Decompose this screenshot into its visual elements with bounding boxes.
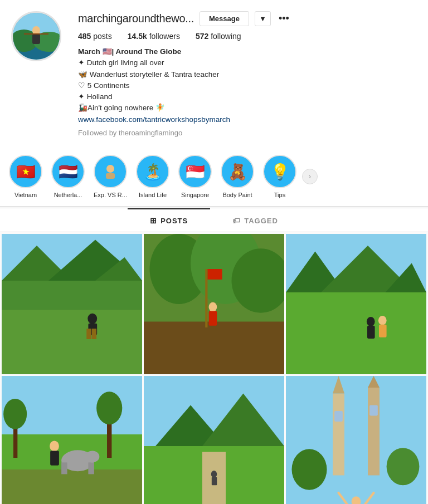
tab-posts[interactable]: ⊞ POSTS — [128, 208, 210, 232]
posts-count: 485 — [78, 32, 91, 41]
bio-link[interactable]: www.facebook.com/tantricworkshopsbymarch — [78, 115, 230, 124]
follow-dropdown-button[interactable]: ▾ — [255, 11, 271, 26]
post-cell-1[interactable] — [2, 234, 142, 374]
post-cell-5[interactable] — [144, 376, 284, 504]
bio-name: March 🇺🇸| Around The Globe — [78, 46, 417, 57]
svg-point-35 — [378, 316, 387, 325]
svg-rect-18 — [92, 329, 96, 339]
profile-info: marchingaroundthewо... Message ▾ ••• 485… — [78, 11, 417, 138]
highlight-exp-label: Exp. VS R... — [94, 192, 127, 198]
following-label: following — [211, 32, 241, 41]
highlight-singapore[interactable]: 🇸🇬 Singapore — [175, 155, 215, 198]
svg-point-45 — [85, 451, 99, 463]
highlight-body-paint-label: Body Paint — [222, 192, 252, 198]
tab-posts-label: POSTS — [160, 217, 188, 225]
posts-stat: 485 posts — [78, 32, 112, 41]
highlight-exp-circle — [94, 155, 127, 188]
highlight-tips-circle: 💡 — [263, 155, 296, 188]
svg-rect-24 — [205, 269, 207, 327]
avatar — [11, 11, 61, 61]
post-image-5 — [144, 376, 284, 504]
highlight-singapore-circle: 🇸🇬 — [178, 155, 212, 188]
svg-rect-62 — [334, 411, 343, 422]
post-image-6 — [286, 376, 426, 504]
svg-point-40 — [50, 441, 59, 452]
highlight-netherlands-circle: 🇳🇱 — [51, 155, 85, 188]
followed-by: Followed by theroamingflamingo — [78, 128, 417, 139]
highlight-exp-vs-r[interactable]: Exp. VS R... — [90, 155, 130, 198]
exp-icon — [102, 163, 119, 180]
bio-line-3: ♡ 5 Continents — [78, 80, 417, 91]
bio-line-5: 🚂Ain't going nowhere 🧚 — [78, 102, 417, 114]
avatar-wrap — [11, 11, 61, 61]
post-image-2 — [144, 234, 284, 374]
svg-rect-56 — [212, 477, 217, 486]
highlight-vietnam-circle: 🇻🇳 — [9, 155, 42, 188]
grid-icon: ⊞ — [150, 216, 157, 225]
following-stat[interactable]: 572 following — [196, 32, 241, 41]
svg-point-26 — [209, 302, 217, 312]
bio-line-1: ✦ Dutch girl living all over — [78, 57, 417, 68]
svg-rect-5 — [32, 34, 40, 44]
svg-point-65 — [387, 448, 420, 485]
svg-point-64 — [292, 449, 327, 491]
highlight-vietnam-label: Vietnam — [14, 192, 37, 198]
svg-rect-29 — [286, 292, 426, 374]
tag-icon: 🏷 — [232, 216, 241, 225]
posts-grid — [0, 232, 428, 504]
highlight-island-life[interactable]: 🏝️ Island Life — [133, 155, 173, 198]
svg-rect-41 — [50, 451, 59, 466]
svg-point-33 — [367, 317, 375, 326]
svg-rect-34 — [367, 326, 375, 339]
profile-section: marchingaroundthewо... Message ▾ ••• 485… — [0, 0, 428, 147]
svg-point-15 — [87, 314, 97, 324]
following-count: 572 — [196, 32, 208, 41]
avatar-inner — [13, 13, 60, 60]
followers-stat[interactable]: 14.5k followers — [128, 32, 180, 41]
profile-top: marchingaroundthewо... Message ▾ ••• 485… — [11, 11, 417, 147]
profile-username: marchingaroundthewо... — [78, 12, 194, 25]
post-image-4 — [2, 376, 142, 504]
tabs-section: ⊞ POSTS 🏷 TAGGED — [0, 208, 428, 232]
posts-label: posts — [93, 32, 111, 41]
highlight-vietnam[interactable]: 🇻🇳 Vietnam — [6, 155, 46, 198]
svg-rect-17 — [86, 329, 91, 339]
svg-rect-25 — [207, 269, 222, 280]
highlight-netherlands-label: Netherla... — [54, 192, 82, 198]
message-button[interactable]: Message — [200, 11, 249, 26]
svg-rect-23 — [144, 322, 284, 375]
svg-point-7 — [106, 165, 114, 173]
svg-rect-8 — [106, 173, 115, 179]
tab-tagged-label: TAGGED — [244, 217, 278, 225]
profile-name-row: marchingaroundthewо... Message ▾ ••• — [78, 11, 417, 26]
post-cell-3[interactable] — [286, 234, 426, 374]
tab-tagged[interactable]: 🏷 TAGGED — [210, 208, 300, 232]
more-options-button[interactable]: ••• — [276, 13, 291, 25]
highlight-body-paint[interactable]: 🧸 Body Paint — [217, 155, 257, 198]
post-cell-4[interactable] — [2, 376, 142, 504]
highlights-section: 🇻🇳 Vietnam 🇳🇱 Netherla... Exp. VS R... 🏝… — [0, 147, 428, 207]
avatar-image — [13, 13, 60, 60]
highlight-island-label: Island Life — [139, 192, 167, 198]
highlight-island-circle: 🏝️ — [136, 155, 169, 188]
svg-rect-58 — [333, 394, 344, 476]
svg-rect-59 — [368, 388, 380, 476]
post-image-3 — [286, 234, 426, 374]
svg-rect-27 — [209, 311, 217, 326]
svg-rect-63 — [369, 405, 378, 416]
highlight-netherlands[interactable]: 🇳🇱 Netherla... — [48, 155, 88, 198]
svg-rect-43 — [61, 463, 67, 474]
followers-label: followers — [149, 32, 180, 41]
post-cell-2[interactable] — [144, 234, 284, 374]
svg-rect-36 — [379, 325, 387, 337]
highlights-chevron-right[interactable]: › — [302, 169, 318, 184]
svg-rect-11 — [2, 310, 142, 375]
bio-line-4: ✦ Holland — [78, 91, 417, 102]
bio-section: March 🇺🇸| Around The Globe ✦ Dutch girl … — [78, 46, 417, 138]
svg-rect-39 — [2, 469, 142, 504]
highlight-singapore-label: Singapore — [181, 192, 209, 198]
highlight-tips-label: Tips — [274, 192, 285, 198]
highlight-tips[interactable]: 💡 Tips — [260, 155, 300, 198]
svg-point-55 — [211, 471, 217, 478]
post-cell-6[interactable] — [286, 376, 426, 504]
